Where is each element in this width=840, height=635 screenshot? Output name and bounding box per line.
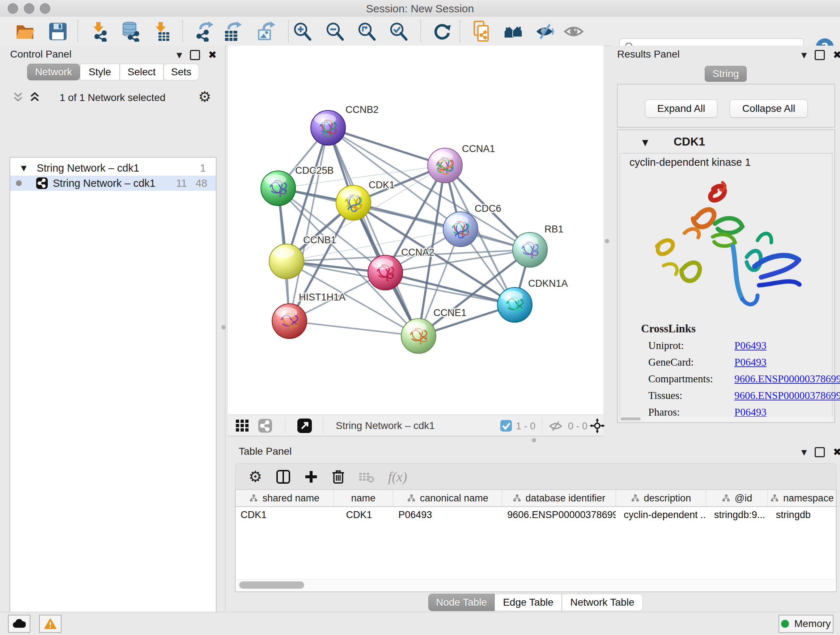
tab-node-table[interactable]: Node Table [428,594,494,611]
cloud-status-button[interactable] [8,615,30,633]
horizontal-splitter-handle[interactable] [532,438,536,442]
column-header-shared-name[interactable]: shared name [235,490,334,507]
node-CDC25B[interactable] [261,171,295,206]
column-header-description[interactable]: description [616,490,706,507]
results-panel-float-icon[interactable] [815,50,825,60]
save-session-button[interactable] [48,21,68,42]
left-splitter-handle[interactable] [221,325,226,329]
table-toolbar: ⚙ f(x) [235,463,836,489]
control-panel-close-icon[interactable]: ✖ [208,51,216,59]
results-hscroll-thumb[interactable] [621,417,641,420]
zoom-in-button[interactable] [293,21,313,42]
table-panel-float-icon[interactable] [815,447,825,457]
crosslink-genecard-link[interactable]: P06493 [734,356,767,368]
show-all-button[interactable] [564,21,584,42]
node-CDKN1A[interactable] [497,287,532,322]
add-column-icon[interactable] [304,470,318,484]
cell-shared-name[interactable]: CDK1 [235,509,333,521]
results-hscrollbar[interactable] [620,417,832,421]
expand-all-button[interactable]: Expand All [645,100,717,118]
export-network-button[interactable] [194,21,214,42]
table-panel-close-icon[interactable]: ✖ [833,448,840,456]
collection-expander-icon[interactable]: ▼ [21,164,27,172]
network-view-icon[interactable] [258,419,272,432]
right-splitter-handle[interactable] [605,239,609,243]
results-panel-close-icon[interactable]: ✖ [833,51,840,59]
node-HIST1H1A[interactable] [272,304,307,339]
grid-view-icon[interactable] [236,420,249,432]
tab-edge-table[interactable]: Edge Table [494,594,562,611]
collection-row[interactable]: ▼ String Network – cdk1 1 [10,160,216,176]
warnings-button[interactable] [39,615,62,633]
birds-eye-toggle-icon[interactable] [590,418,605,433]
cell-id[interactable]: stringdb:9... [706,509,768,521]
network-icon [36,177,48,189]
cell-canonical-name[interactable]: P06493 [393,509,502,521]
table-panel-menu-icon[interactable]: ▼ [801,448,807,456]
node-CCNE1[interactable] [401,318,436,353]
cell-namespace[interactable]: stringdb [768,509,836,521]
tab-network-table[interactable]: Network Table [562,594,643,611]
tab-network[interactable]: Network [27,64,80,80]
delete-column-trash-icon[interactable] [332,469,345,485]
node-CDC6[interactable] [443,212,478,247]
open-session-button[interactable] [15,21,35,42]
table-hscrollbar[interactable] [236,579,835,591]
zoom-out-button[interactable] [325,21,346,42]
tab-sets[interactable]: Sets [164,64,199,80]
tab-string[interactable]: String [705,66,747,82]
function-builder-icon[interactable]: f(x) [388,469,407,485]
edge-CCNB2-CCNE1[interactable] [328,128,418,336]
show-columns-icon[interactable] [276,470,291,484]
zoom-fit-button[interactable] [357,21,377,42]
results-panel-menu-icon[interactable]: ▼ [801,51,807,59]
edge-CCNB2-CCNA1[interactable] [328,128,445,165]
column-header-name[interactable]: name [334,490,393,507]
zoom-selected-button[interactable] [389,21,409,42]
column-header-canonical-name[interactable]: canonical name [393,490,502,507]
network-row[interactable]: String Network – cdk1 11 48 [10,176,216,191]
crosslink-uniprot-link[interactable]: P06493 [734,340,767,352]
control-panel-float-icon[interactable] [190,50,200,60]
tab-style[interactable]: Style [80,64,120,80]
cell-description[interactable]: cyclin-dependent ... [616,509,706,521]
first-neighbors-button[interactable] [503,21,523,42]
table-row[interactable]: CDK1 CDK1 P06493 9606.ENSP00000378699 cy… [235,507,836,523]
selected-checkbox-icon[interactable] [500,420,512,432]
control-panel-menu-icon[interactable]: ▼ [177,51,182,59]
edge-HIST1H1A-CCNE1[interactable] [289,321,418,336]
node-CCNA2[interactable] [368,255,403,290]
column-type-icon [249,494,258,502]
table-hscroll-thumb[interactable] [239,581,304,589]
memory-button[interactable]: Memory [778,615,834,633]
network-canvas[interactable]: CCNB2CCNA1CDC25BCDK1CDC6RB1CCNB1CCNA2CDK… [228,46,603,415]
duplicate-network-button[interactable] [471,21,492,42]
detach-view-icon[interactable] [297,418,312,433]
hide-selected-button[interactable] [535,21,555,42]
node-RB1[interactable] [513,233,547,267]
collapse-all-button[interactable]: Collapse All [729,100,808,118]
import-table-file-button[interactable] [151,21,172,42]
export-table-button[interactable] [222,21,242,42]
node-CCNB1[interactable] [269,244,304,279]
column-header-id[interactable]: @id [706,490,767,507]
network-graph[interactable]: CCNB2CCNA1CDC25BCDK1CDC6RB1CCNB1CCNA2CDK… [228,46,603,415]
apply-layout-button[interactable] [432,21,452,42]
node-CCNB2[interactable] [311,111,346,145]
column-header-namespace[interactable]: namespace [768,490,836,507]
export-image-button[interactable] [256,21,276,42]
import-network-file-button[interactable] [89,21,109,42]
cell-name[interactable]: CDK1 [333,509,393,521]
delete-table-icon[interactable] [358,470,374,483]
column-header-database-identifier[interactable]: database identifier [502,490,616,507]
crosslink-compartments-link[interactable]: 9606.ENSP00000378699 [734,373,840,385]
import-network-database-button[interactable] [121,21,141,42]
table-options-gear-icon[interactable]: ⚙ [248,468,262,486]
node-CDK1[interactable] [336,185,371,220]
node-CCNA1[interactable] [428,148,462,183]
network-options-gear-icon[interactable]: ⚙ [198,88,211,105]
tab-select[interactable]: Select [120,64,164,80]
cell-database-identifier[interactable]: 9606.ENSP00000378699 [502,509,616,521]
gene-expander-icon[interactable]: ▼ [642,138,648,147]
crosslink-tissues-link[interactable]: 9606.ENSP00000378699 [734,390,840,402]
